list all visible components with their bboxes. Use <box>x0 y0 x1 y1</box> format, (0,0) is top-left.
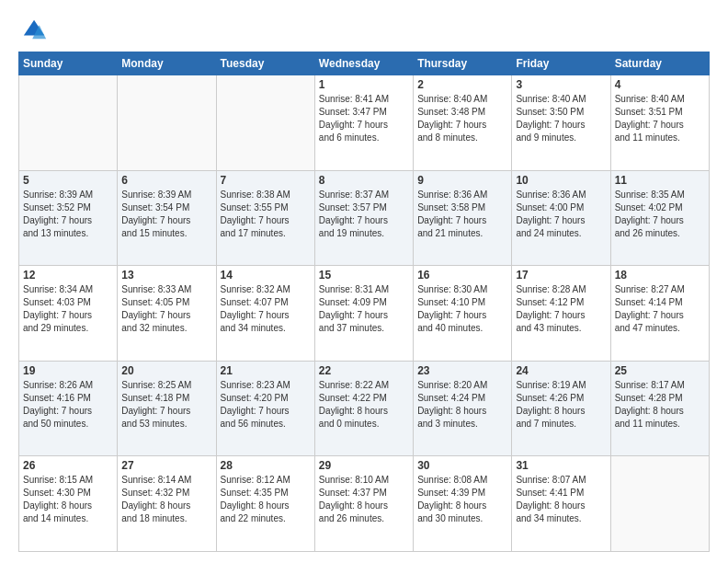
calendar-cell-5-4: 29Sunrise: 8:10 AM Sunset: 4:37 PM Dayli… <box>314 456 413 552</box>
day-number: 12 <box>23 269 113 282</box>
day-number: 25 <box>615 364 705 377</box>
day-number: 20 <box>121 364 211 377</box>
calendar-cell-2-3: 7Sunrise: 8:38 AM Sunset: 3:55 PM Daylig… <box>216 170 314 266</box>
weekday-header-monday: Monday <box>118 52 216 75</box>
calendar-cell-3-4: 15Sunrise: 8:31 AM Sunset: 4:09 PM Dayli… <box>314 266 413 362</box>
day-number: 13 <box>121 269 211 282</box>
calendar-cell-5-1: 26Sunrise: 8:15 AM Sunset: 4:30 PM Dayli… <box>19 456 118 552</box>
day-number: 24 <box>516 364 606 377</box>
calendar-cell-1-6: 3Sunrise: 8:40 AM Sunset: 3:50 PM Daylig… <box>512 75 610 171</box>
day-number: 15 <box>319 269 409 282</box>
calendar-cell-2-2: 6Sunrise: 8:39 AM Sunset: 3:54 PM Daylig… <box>118 170 216 266</box>
day-number: 10 <box>516 174 606 187</box>
day-info: Sunrise: 8:37 AM Sunset: 3:57 PM Dayligh… <box>319 189 409 240</box>
day-info: Sunrise: 8:40 AM Sunset: 3:51 PM Dayligh… <box>615 93 705 144</box>
weekday-header-sunday: Sunday <box>19 52 118 75</box>
day-info: Sunrise: 8:17 AM Sunset: 4:28 PM Dayligh… <box>615 379 705 431</box>
day-info: Sunrise: 8:25 AM Sunset: 4:18 PM Dayligh… <box>121 379 211 431</box>
weekday-header-wednesday: Wednesday <box>314 52 413 75</box>
calendar-cell-1-4: 1Sunrise: 8:41 AM Sunset: 3:47 PM Daylig… <box>314 75 413 171</box>
weekday-header-friday: Friday <box>512 52 610 75</box>
day-info: Sunrise: 8:39 AM Sunset: 3:54 PM Dayligh… <box>121 189 211 240</box>
calendar-cell-5-7 <box>610 456 709 552</box>
day-info: Sunrise: 8:20 AM Sunset: 4:24 PM Dayligh… <box>417 379 507 431</box>
calendar-cell-4-7: 25Sunrise: 8:17 AM Sunset: 4:28 PM Dayli… <box>610 361 709 456</box>
day-number: 31 <box>516 459 606 472</box>
day-info: Sunrise: 8:33 AM Sunset: 4:05 PM Dayligh… <box>121 283 211 335</box>
day-number: 14 <box>221 269 311 282</box>
day-info: Sunrise: 8:39 AM Sunset: 3:52 PM Dayligh… <box>23 189 113 240</box>
calendar-cell-5-5: 30Sunrise: 8:08 AM Sunset: 4:39 PM Dayli… <box>414 456 512 552</box>
day-number: 2 <box>417 78 507 91</box>
day-info: Sunrise: 8:26 AM Sunset: 4:16 PM Dayligh… <box>23 379 113 431</box>
week-row-2: 5Sunrise: 8:39 AM Sunset: 3:52 PM Daylig… <box>19 170 710 266</box>
day-number: 4 <box>615 78 705 91</box>
page: SundayMondayTuesdayWednesdayThursdayFrid… <box>0 0 728 563</box>
calendar-cell-3-3: 14Sunrise: 8:32 AM Sunset: 4:07 PM Dayli… <box>216 266 314 362</box>
calendar-cell-4-3: 21Sunrise: 8:23 AM Sunset: 4:20 PM Dayli… <box>216 361 314 456</box>
week-row-4: 19Sunrise: 8:26 AM Sunset: 4:16 PM Dayli… <box>19 361 710 456</box>
day-info: Sunrise: 8:19 AM Sunset: 4:26 PM Dayligh… <box>516 379 606 431</box>
day-info: Sunrise: 8:41 AM Sunset: 3:47 PM Dayligh… <box>319 93 409 144</box>
day-number: 29 <box>319 459 409 472</box>
calendar-cell-3-7: 18Sunrise: 8:27 AM Sunset: 4:14 PM Dayli… <box>610 266 709 362</box>
day-info: Sunrise: 8:07 AM Sunset: 4:41 PM Dayligh… <box>516 474 606 525</box>
day-info: Sunrise: 8:40 AM Sunset: 3:50 PM Dayligh… <box>516 93 606 144</box>
day-info: Sunrise: 8:36 AM Sunset: 3:58 PM Dayligh… <box>417 189 507 240</box>
calendar-cell-5-6: 31Sunrise: 8:07 AM Sunset: 4:41 PM Dayli… <box>512 456 610 552</box>
day-info: Sunrise: 8:10 AM Sunset: 4:37 PM Dayligh… <box>319 474 409 525</box>
calendar-cell-2-1: 5Sunrise: 8:39 AM Sunset: 3:52 PM Daylig… <box>19 170 118 266</box>
day-info: Sunrise: 8:30 AM Sunset: 4:10 PM Dayligh… <box>417 283 507 335</box>
header <box>18 17 710 42</box>
calendar-cell-2-5: 9Sunrise: 8:36 AM Sunset: 3:58 PM Daylig… <box>414 170 512 266</box>
logo-icon <box>22 17 48 42</box>
day-number: 5 <box>23 174 113 187</box>
week-row-3: 12Sunrise: 8:34 AM Sunset: 4:03 PM Dayli… <box>19 266 710 362</box>
day-number: 17 <box>516 269 606 282</box>
day-info: Sunrise: 8:36 AM Sunset: 4:00 PM Dayligh… <box>516 189 606 240</box>
day-info: Sunrise: 8:32 AM Sunset: 4:07 PM Dayligh… <box>221 283 311 335</box>
day-number: 9 <box>417 174 507 187</box>
week-row-5: 26Sunrise: 8:15 AM Sunset: 4:30 PM Dayli… <box>19 456 710 552</box>
day-info: Sunrise: 8:08 AM Sunset: 4:39 PM Dayligh… <box>417 474 507 525</box>
calendar-cell-1-1 <box>19 75 118 171</box>
day-info: Sunrise: 8:15 AM Sunset: 4:30 PM Dayligh… <box>23 474 113 525</box>
calendar-cell-3-2: 13Sunrise: 8:33 AM Sunset: 4:05 PM Dayli… <box>118 266 216 362</box>
day-info: Sunrise: 8:38 AM Sunset: 3:55 PM Dayligh… <box>221 189 311 240</box>
day-info: Sunrise: 8:35 AM Sunset: 4:02 PM Dayligh… <box>615 189 705 240</box>
calendar-cell-1-3 <box>216 75 314 171</box>
calendar-cell-2-4: 8Sunrise: 8:37 AM Sunset: 3:57 PM Daylig… <box>314 170 413 266</box>
day-number: 28 <box>221 459 311 472</box>
logo <box>18 17 48 42</box>
weekday-header-saturday: Saturday <box>610 52 709 75</box>
day-number: 23 <box>417 364 507 377</box>
calendar-cell-4-4: 22Sunrise: 8:22 AM Sunset: 4:22 PM Dayli… <box>314 361 413 456</box>
calendar-cell-2-6: 10Sunrise: 8:36 AM Sunset: 4:00 PM Dayli… <box>512 170 610 266</box>
calendar-cell-4-6: 24Sunrise: 8:19 AM Sunset: 4:26 PM Dayli… <box>512 361 610 456</box>
weekday-header-tuesday: Tuesday <box>216 52 314 75</box>
calendar-cell-3-6: 17Sunrise: 8:28 AM Sunset: 4:12 PM Dayli… <box>512 266 610 362</box>
day-info: Sunrise: 8:27 AM Sunset: 4:14 PM Dayligh… <box>615 283 705 335</box>
day-number: 6 <box>121 174 211 187</box>
day-info: Sunrise: 8:22 AM Sunset: 4:22 PM Dayligh… <box>319 379 409 431</box>
day-number: 11 <box>615 174 705 187</box>
weekday-header-row: SundayMondayTuesdayWednesdayThursdayFrid… <box>19 52 710 75</box>
day-number: 27 <box>121 459 211 472</box>
calendar-cell-2-7: 11Sunrise: 8:35 AM Sunset: 4:02 PM Dayli… <box>610 170 709 266</box>
day-number: 26 <box>23 459 113 472</box>
day-number: 30 <box>417 459 507 472</box>
day-number: 22 <box>319 364 409 377</box>
calendar-cell-3-5: 16Sunrise: 8:30 AM Sunset: 4:10 PM Dayli… <box>414 266 512 362</box>
calendar-cell-5-3: 28Sunrise: 8:12 AM Sunset: 4:35 PM Dayli… <box>216 456 314 552</box>
day-info: Sunrise: 8:12 AM Sunset: 4:35 PM Dayligh… <box>221 474 311 525</box>
day-info: Sunrise: 8:28 AM Sunset: 4:12 PM Dayligh… <box>516 283 606 335</box>
calendar-cell-1-5: 2Sunrise: 8:40 AM Sunset: 3:48 PM Daylig… <box>414 75 512 171</box>
day-number: 3 <box>516 78 606 91</box>
calendar-table: SundayMondayTuesdayWednesdayThursdayFrid… <box>18 52 710 552</box>
week-row-1: 1Sunrise: 8:41 AM Sunset: 3:47 PM Daylig… <box>19 75 710 171</box>
day-number: 1 <box>319 78 409 91</box>
calendar-cell-4-2: 20Sunrise: 8:25 AM Sunset: 4:18 PM Dayli… <box>118 361 216 456</box>
calendar-cell-5-2: 27Sunrise: 8:14 AM Sunset: 4:32 PM Dayli… <box>118 456 216 552</box>
day-number: 8 <box>319 174 409 187</box>
day-info: Sunrise: 8:40 AM Sunset: 3:48 PM Dayligh… <box>417 93 507 144</box>
